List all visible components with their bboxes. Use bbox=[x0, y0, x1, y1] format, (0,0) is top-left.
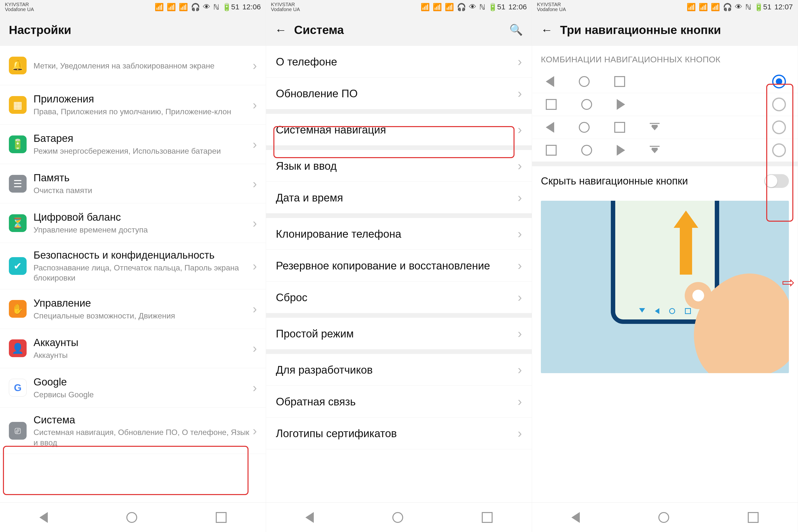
chevron-right-icon: › bbox=[518, 226, 522, 241]
nfc-icon: ℕ bbox=[213, 3, 219, 11]
row-title: Логотипы сертификатов bbox=[276, 426, 515, 440]
chevron-right-icon: › bbox=[253, 302, 257, 316]
radio-button[interactable] bbox=[772, 75, 786, 89]
system-row[interactable]: Обновление ПО› bbox=[266, 78, 532, 109]
notification-icon bbox=[650, 146, 660, 155]
chevron-right-icon: › bbox=[253, 176, 257, 191]
nav-recent-icon[interactable] bbox=[748, 512, 759, 523]
hide-nav-toggle[interactable] bbox=[764, 174, 789, 188]
carrier-1: KYIVSTAR bbox=[5, 2, 34, 7]
swipe-up-arrow-icon bbox=[680, 225, 692, 274]
settings-row[interactable]: ✔Безопасность и конфиденциальностьРаспоз… bbox=[0, 243, 266, 289]
signal-icon: 📶 bbox=[687, 3, 696, 11]
settings-row[interactable]: ⏳Цифровой балансУправление временем дост… bbox=[0, 204, 266, 243]
hide-nav-row[interactable]: Скрыть навигационные кнопки bbox=[532, 166, 798, 196]
recent-icon bbox=[546, 145, 557, 156]
settings-row[interactable]: 🔔Метки, Уведомления на заблокированном э… bbox=[0, 46, 266, 85]
back-button[interactable]: ← bbox=[275, 23, 287, 37]
row-title: Приложения bbox=[34, 93, 250, 106]
system-nav-bar bbox=[0, 502, 266, 532]
radio-button[interactable] bbox=[772, 97, 786, 111]
nfc-icon: ℕ bbox=[745, 3, 751, 11]
row-title: Системная навигация bbox=[276, 123, 515, 136]
nav-combo-option[interactable] bbox=[532, 70, 798, 93]
nav-home-icon[interactable] bbox=[392, 512, 403, 523]
row-subtitle: Управление временем доступа bbox=[34, 225, 250, 235]
carrier-2: Vodafone UA bbox=[537, 7, 566, 12]
home-icon bbox=[579, 122, 590, 133]
row-title: Батарея bbox=[34, 132, 250, 145]
nav-combo-option[interactable] bbox=[532, 139, 798, 162]
nav-back-icon[interactable] bbox=[571, 512, 580, 523]
chevron-right-icon: › bbox=[518, 158, 522, 173]
nav-recent-icon[interactable] bbox=[482, 512, 493, 523]
row-title: Обновление ПО bbox=[276, 87, 515, 100]
headphones-icon: 🎧 bbox=[191, 3, 200, 11]
settings-row[interactable]: 👤АккаунтыАккаунты› bbox=[0, 329, 266, 368]
settings-row[interactable]: 🔋БатареяРежим энергосбережения, Использо… bbox=[0, 125, 266, 164]
search-button[interactable]: 🔍 bbox=[509, 23, 523, 36]
chevron-right-icon: › bbox=[253, 259, 257, 273]
row-icon: ⎚ bbox=[9, 422, 26, 440]
back-button[interactable]: ← bbox=[541, 23, 553, 37]
mini-recent-icon bbox=[685, 308, 691, 314]
chevron-right-icon: › bbox=[518, 290, 522, 305]
recent-icon bbox=[546, 99, 557, 110]
system-row[interactable]: Для разработчиков› bbox=[266, 354, 532, 386]
signal-icon: 📶 bbox=[167, 3, 176, 11]
radio-button[interactable] bbox=[772, 120, 786, 134]
row-subtitle: Специальные возможности, Движения bbox=[34, 311, 250, 321]
system-row[interactable]: О телефоне› bbox=[266, 46, 532, 78]
system-row[interactable]: Логотипы сертификатов› bbox=[266, 417, 532, 449]
battery-icon: 🔋51 bbox=[222, 3, 240, 11]
row-title: Система bbox=[34, 414, 250, 426]
system-row[interactable]: Сброс› bbox=[266, 282, 532, 313]
chevron-right-icon: › bbox=[518, 190, 522, 205]
system-row[interactable]: Резервное копирование и восстановление› bbox=[266, 250, 532, 282]
eye-comfort-icon: 👁 bbox=[735, 3, 742, 11]
row-title: Обратная связь bbox=[276, 395, 515, 408]
system-row[interactable]: Простой режим› bbox=[266, 318, 532, 349]
row-icon: G bbox=[9, 379, 26, 397]
nav-back-icon[interactable] bbox=[39, 512, 48, 523]
system-row[interactable]: Системная навигация› bbox=[266, 114, 532, 146]
row-title: Цифровой баланс bbox=[34, 211, 250, 224]
nav-combo-option[interactable] bbox=[532, 93, 798, 116]
status-bar: KYIVSTAR Vodafone UA 📶 📶 📶 🎧 👁 ℕ 🔋51 12:… bbox=[0, 0, 266, 14]
chevron-right-icon: › bbox=[518, 54, 522, 69]
settings-row[interactable]: GGoogleСервисы Google› bbox=[0, 368, 266, 407]
row-title: Google bbox=[34, 376, 250, 389]
eye-comfort-icon: 👁 bbox=[203, 3, 210, 11]
settings-row[interactable]: ✋УправлениеСпециальные возможности, Движ… bbox=[0, 289, 266, 329]
eye-comfort-icon: 👁 bbox=[469, 3, 476, 11]
system-nav-bar bbox=[266, 502, 532, 532]
system-row[interactable]: Дата и время› bbox=[266, 182, 532, 213]
nav-home-icon[interactable] bbox=[658, 512, 669, 523]
chevron-right-icon: › bbox=[253, 216, 257, 230]
nav-recent-icon[interactable] bbox=[216, 512, 227, 523]
status-bar: KYIVSTAR Vodafone UA 📶 📶 📶 🎧 👁 ℕ 🔋51 12:… bbox=[532, 0, 798, 14]
system-row[interactable]: Язык и ввод› bbox=[266, 150, 532, 182]
radio-button[interactable] bbox=[772, 143, 786, 157]
nav-combo-option[interactable] bbox=[532, 116, 798, 139]
screen-system: KYIVSTAR Vodafone UA 📶 📶 📶 🎧 👁 ℕ 🔋51 12:… bbox=[266, 0, 532, 532]
settings-row[interactable]: ☰ПамятьОчистка памяти› bbox=[0, 164, 266, 204]
settings-row[interactable]: ⎚СистемаСистемная навигация, Обновление … bbox=[0, 407, 266, 454]
signal-icon: 📶 bbox=[699, 3, 708, 11]
chevron-right-icon: › bbox=[518, 426, 522, 441]
row-title: Управление bbox=[34, 297, 250, 310]
gesture-illustration bbox=[541, 201, 789, 373]
row-title: О телефоне bbox=[276, 55, 515, 69]
signal-icon: 📶 bbox=[179, 3, 188, 11]
signal-icon: 📶 bbox=[421, 3, 430, 11]
battery-icon: 🔋51 bbox=[488, 3, 506, 11]
system-row[interactable]: Клонирование телефона› bbox=[266, 218, 532, 250]
settings-row[interactable]: ▦ПриложенияПрава, Приложения по умолчани… bbox=[0, 85, 266, 125]
system-row[interactable]: Обратная связь› bbox=[266, 386, 532, 417]
row-icon: ▦ bbox=[9, 96, 26, 114]
nav-back-icon[interactable] bbox=[305, 512, 314, 523]
section-header: КОМБИНАЦИИ НАВИГАЦИОННЫХ КНОПОК bbox=[532, 46, 798, 70]
carrier-2: Vodafone UA bbox=[271, 7, 300, 12]
chevron-right-icon: › bbox=[518, 394, 522, 409]
nav-home-icon[interactable] bbox=[126, 512, 137, 523]
